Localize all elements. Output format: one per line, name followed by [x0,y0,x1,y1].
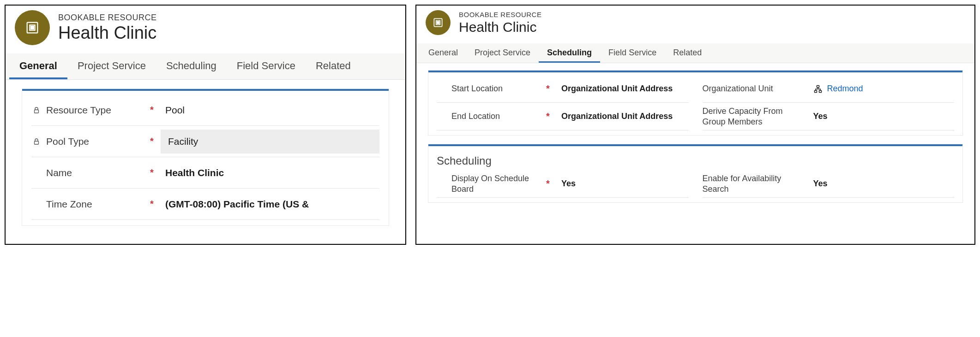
field-time-zone: Time Zone * (GMT-08:00) Pacific Time (US… [31,189,379,220]
record-title: Health Clinic [58,24,157,43]
entity-avatar [426,10,451,35]
field-label: Resource Type [46,105,143,116]
field-value-resource-type[interactable]: Pool [161,102,379,118]
record-header: BOOKABLE RESOURCE Health Clinic [6,6,405,53]
field-value-time-zone[interactable]: (GMT-08:00) Pacific Time (US & [161,196,379,213]
required-indicator: * [148,105,156,115]
field-value-derive-capacity[interactable]: Yes [809,109,955,124]
tab-project-service[interactable]: Project Service [466,43,539,63]
section-title: Scheduling [437,149,954,170]
field-value-org-unit[interactable]: Redmond [809,81,955,96]
field-value-start-location[interactable]: Organizational Unit Address [557,81,689,96]
tab-field-service[interactable]: Field Service [600,43,665,63]
field-label: Organizational Unit [703,83,804,94]
lock-icon [31,106,42,114]
svg-rect-6 [817,85,819,87]
field-label: Enable for Availability Search [703,173,804,194]
field-value-pool-type[interactable]: Facility [161,130,379,154]
field-display-on-schedule-board: Display On Schedule Board * Yes [437,170,689,198]
field-label: Display On Schedule Board [451,173,539,194]
header-text: BOOKABLE RESOURCE Health Clinic [459,11,541,35]
field-value-name[interactable]: Health Clinic [161,165,379,181]
section-general: Resource Type * Pool Pool Type * Facilit… [22,89,389,225]
tab-general[interactable]: General [9,53,67,79]
entity-type-label: BOOKABLE RESOURCE [58,13,157,23]
hierarchy-icon [813,84,823,94]
entity-avatar [15,10,50,45]
field-value-end-location[interactable]: Organizational Unit Address [557,109,689,124]
required-indicator: * [148,167,156,178]
field-label: End Location [451,111,539,122]
field-resource-type: Resource Type * Pool [31,95,379,126]
entity-icon [432,17,444,29]
record-header: BOOKABLE RESOURCE Health Clinic [416,6,974,43]
field-label: Name [46,167,143,178]
field-end-location: End Location * Organizational Unit Addre… [437,103,689,130]
field-label: Derive Capacity From Group Members [703,106,804,127]
field-label: Pool Type [46,136,143,147]
form-body-general: Resource Type * Pool Pool Type * Facilit… [6,80,405,244]
panel-general: BOOKABLE RESOURCE Health Clinic General … [5,5,406,245]
section-location: Start Location * Organizational Unit Add… [428,71,962,135]
tab-field-service[interactable]: Field Service [227,53,306,79]
required-indicator: * [148,136,156,147]
field-value-display-on-board[interactable]: Yes [557,176,689,191]
field-pool-type: Pool Type * Facility [31,126,379,157]
svg-rect-8 [819,90,821,92]
form-body-scheduling: Start Location * Organizational Unit Add… [416,63,974,244]
tab-general[interactable]: General [420,43,466,63]
field-start-location: Start Location * Organizational Unit Add… [437,75,689,103]
required-indicator: * [544,178,552,189]
tab-project-service[interactable]: Project Service [67,53,156,79]
tab-strip: General Project Service Scheduling Field… [6,53,405,80]
entity-icon [24,20,40,35]
required-indicator: * [544,83,552,94]
required-indicator: * [148,199,156,209]
field-derive-capacity: Derive Capacity From Group Members Yes [703,103,955,130]
field-value-enable-availability[interactable]: Yes [809,176,955,191]
svg-rect-7 [814,90,817,92]
panel-scheduling: BOOKABLE RESOURCE Health Clinic General … [415,5,975,245]
tab-related[interactable]: Related [665,43,710,63]
section-scheduling: Scheduling Display On Schedule Board * Y… [428,144,962,202]
svg-rect-2 [35,110,39,113]
tab-related[interactable]: Related [306,53,361,79]
tab-strip: General Project Service Scheduling Field… [416,43,974,63]
field-label: Time Zone [46,199,143,210]
record-title: Health Clinic [459,19,541,35]
tab-scheduling[interactable]: Scheduling [156,53,227,79]
svg-rect-3 [35,141,39,144]
org-unit-link-text: Redmond [827,84,863,94]
header-text: BOOKABLE RESOURCE Health Clinic [58,13,157,43]
required-indicator: * [544,111,552,122]
field-organizational-unit: Organizational Unit Redmond [703,75,955,103]
entity-type-label: BOOKABLE RESOURCE [459,11,541,18]
field-label: Start Location [451,83,539,94]
lock-icon [31,137,42,146]
field-enable-availability-search: Enable for Availability Search Yes [703,170,955,198]
field-name: Name * Health Clinic [31,157,379,189]
tab-scheduling[interactable]: Scheduling [539,43,600,63]
